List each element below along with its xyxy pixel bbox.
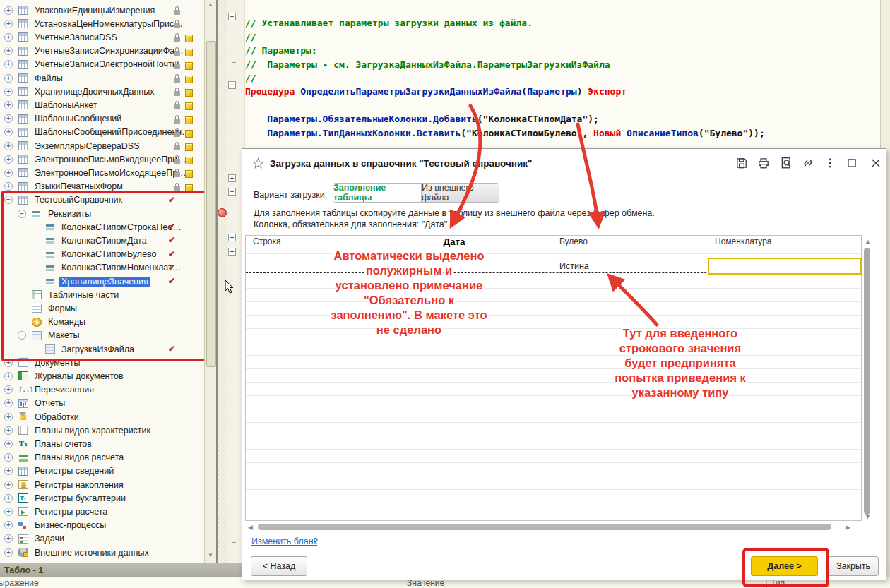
tree-expander-icon[interactable] <box>4 47 13 55</box>
fold-expand-icon[interactable] <box>228 234 236 241</box>
edit-form-link[interactable]: Изменить бланк <box>251 536 317 546</box>
code-line[interactable]: // Параметры - см. ЗагрузкаДанныхИзФайла… <box>245 58 610 71</box>
tree-expander-icon[interactable] <box>4 548 13 557</box>
tree-item[interactable]: Журналы документов <box>0 369 204 383</box>
tree-expander-icon[interactable] <box>4 521 13 529</box>
help-link[interactable]: ? <box>313 536 318 546</box>
scroll-down-icon[interactable]: ▼ <box>208 552 213 558</box>
table-hscroll-thumb[interactable] <box>258 524 831 530</box>
code-line[interactable]: // Параметры: <box>245 44 317 57</box>
scroll-left-icon[interactable]: ◀ <box>248 524 253 531</box>
print-icon[interactable] <box>757 157 770 169</box>
tree-item[interactable]: ЭлектронноеПисьмоИсходящееПр… <box>0 166 204 179</box>
tree-item[interactable]: УчетныеЗаписиСинхронизацииФа… <box>0 44 204 58</box>
tree-item[interactable]: УчетныеЗаписиDSS <box>0 30 204 44</box>
tree-expander-icon[interactable] <box>4 182 13 191</box>
fold-expand-icon[interactable] <box>228 174 236 182</box>
tree-item[interactable]: Задачи <box>0 532 204 546</box>
tree-expander-icon[interactable] <box>4 372 13 380</box>
tree-expander-icon[interactable] <box>4 534 13 543</box>
tree-expander-icon[interactable] <box>4 494 13 503</box>
tree-item[interactable]: ШаблоныАнкет <box>0 98 204 112</box>
tree-item[interactable]: УпаковкиЕдиницыИзмерения <box>0 4 204 17</box>
tree-item[interactable]: Регистры бухгалтерии <box>0 491 204 505</box>
tree-item[interactable]: УстановкаЦенНоменклатурыПрис… <box>0 17 204 30</box>
tree-expander-icon[interactable] <box>4 60 13 68</box>
col-header-bool[interactable]: Булево <box>559 236 588 246</box>
tree-expander-icon[interactable] <box>4 453 13 462</box>
tree-expander-icon[interactable] <box>4 385 13 394</box>
tree-expander-icon[interactable] <box>4 101 13 109</box>
tree-item[interactable]: ЭкземплярыСервераDSS <box>0 139 204 152</box>
tree-item[interactable]: Перечисления <box>0 383 204 397</box>
tree-scrollbar-thumb[interactable] <box>206 41 216 367</box>
tree-item[interactable]: ЭлектронноеПисьмоВходящееПри… <box>0 152 204 166</box>
tab-from-file[interactable]: Из внешнего файла <box>421 184 499 202</box>
tree-expander-icon[interactable] <box>4 155 13 164</box>
tree-item[interactable]: Обработки <box>0 410 204 424</box>
tree-expander-icon[interactable] <box>4 114 13 123</box>
tree-item[interactable]: Отчеты <box>0 397 204 410</box>
tree-item[interactable]: Бизнес-процессы <box>0 519 204 532</box>
tree-item[interactable]: ШаблоныСообщений <box>0 112 204 126</box>
col-header-date[interactable]: Дата <box>355 236 554 247</box>
tree-item[interactable]: Планы видов характеристик <box>0 424 204 437</box>
fold-collapse-icon[interactable] <box>228 81 236 89</box>
tree-item[interactable]: Файлы <box>0 71 204 85</box>
tree-expander-icon[interactable] <box>4 6 13 15</box>
code-line[interactable]: // Устанавливает параметры загрузки данн… <box>245 16 533 30</box>
scroll-up-icon[interactable]: ▲ <box>865 238 871 245</box>
save-icon[interactable] <box>735 157 748 169</box>
close-icon[interactable] <box>870 157 882 169</box>
tree-item[interactable]: Регистры сведений <box>0 464 204 478</box>
tree-expander-icon[interactable] <box>4 508 13 516</box>
back-button[interactable]: < Назад <box>251 556 307 576</box>
tree-expander-icon[interactable] <box>4 33 13 42</box>
scroll-down-icon[interactable]: ▼ <box>865 513 871 520</box>
scroll-right-icon[interactable]: ▶ <box>846 524 850 531</box>
close-button[interactable]: Закрыть <box>828 556 879 576</box>
preview-icon[interactable] <box>780 157 793 169</box>
fold-collapse-icon[interactable] <box>228 188 236 196</box>
tree-item[interactable]: УчетныеЗаписиЭлектроннойПочты <box>0 58 204 71</box>
tree-item[interactable]: ХранилищеДвоичныхДанных <box>0 85 204 98</box>
active-cell-nomenclature[interactable] <box>708 258 862 275</box>
tab-fill-table[interactable]: Заполнение таблицы <box>333 184 421 202</box>
tree-expander-icon[interactable] <box>4 128 13 136</box>
get-link-icon[interactable] <box>802 157 814 169</box>
more-menu-icon[interactable] <box>824 157 836 169</box>
tree-expander-icon[interactable] <box>4 142 13 150</box>
tree-expander-icon[interactable] <box>4 426 13 435</box>
tree-expander-icon[interactable] <box>4 467 13 475</box>
table-vertical-scrollbar[interactable]: ▲ ▼ <box>862 235 872 521</box>
maximize-icon[interactable] <box>846 157 858 169</box>
tree-expander-icon[interactable] <box>4 88 13 96</box>
cell-bool-value[interactable]: Истина <box>559 261 589 271</box>
tree-item[interactable]: Внешние источники данных <box>0 546 204 559</box>
code-line[interactable]: Параметры.ОбязательныеКолонки.Добавить("… <box>245 112 599 126</box>
scroll-up-icon[interactable]: ▲ <box>208 1 213 8</box>
code-line[interactable]: // <box>245 71 256 85</box>
tree-expander-icon[interactable] <box>4 481 13 489</box>
watch-window-titlebar[interactable]: Табло - 1 <box>0 563 242 577</box>
fold-expand-icon[interactable] <box>228 248 236 256</box>
tree-item[interactable]: Планы счетов <box>0 437 204 450</box>
tree-item[interactable]: ШаблоныСообщенийПрисоединенн… <box>0 126 204 139</box>
col-header-string[interactable]: Строка <box>253 236 281 246</box>
tree-expander-icon[interactable] <box>4 440 13 448</box>
tree-expander-icon[interactable] <box>4 169 13 177</box>
code-line[interactable]: Процедура ОпределитьПараметрыЗагрузкиДан… <box>245 85 627 98</box>
table-horizontal-scrollbar[interactable]: ◀ ▶ <box>248 522 855 532</box>
table-vscroll-thumb[interactable] <box>864 248 870 515</box>
tree-item[interactable]: Регистры расчета <box>0 505 204 518</box>
col-header-nomenclature[interactable]: Номенклатура <box>715 236 772 246</box>
tree-item[interactable]: Регистры накопления <box>0 478 204 491</box>
tree-expander-icon[interactable] <box>4 20 13 28</box>
fold-collapse-icon[interactable] <box>228 13 236 20</box>
favorite-star-icon[interactable] <box>252 157 264 169</box>
code-line[interactable]: Параметры.ТипДанныхКолонки.Вставить("Кол… <box>245 126 765 140</box>
breakpoint-icon[interactable] <box>218 208 227 217</box>
tree-item[interactable]: Планы видов расчета <box>0 451 204 464</box>
tree-expander-icon[interactable] <box>4 74 13 83</box>
tree-vertical-scrollbar[interactable]: ▲ ▼ <box>204 0 216 563</box>
